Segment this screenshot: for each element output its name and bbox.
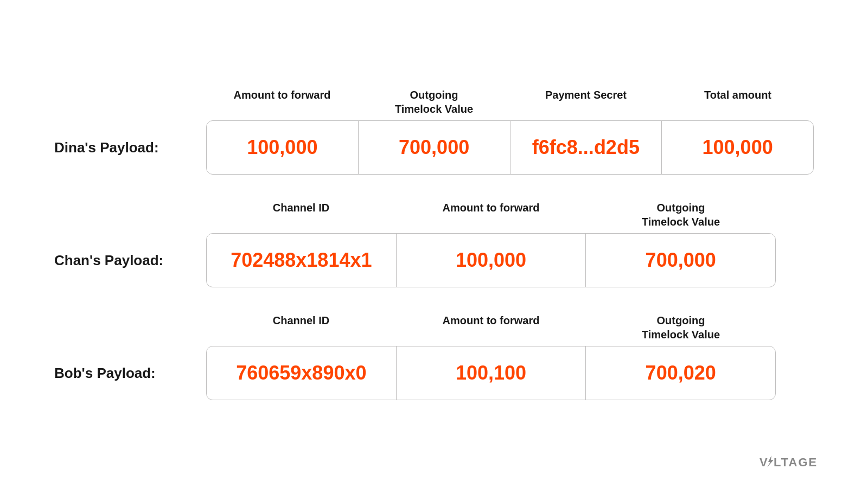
dina-cells: 100,000 700,000 f6fc8...d2d5 100,000 [206,120,814,175]
bob-cell-0: 760659x890x0 [207,346,397,400]
dina-data-row: Dina's Payload: 100,000 700,000 f6fc8...… [54,120,814,175]
chan-payload-section: Channel ID Amount to forward OutgoingTim… [54,201,814,287]
chan-data-row: Chan's Payload: 702488x1814x1 100,000 70… [54,233,814,287]
voltage-logo: V LTAGE [760,453,835,473]
bob-data-row: Bob's Payload: 760659x890x0 100,100 700,… [54,346,814,400]
chan-cell-2: 700,000 [586,234,775,287]
dina-col-header-0: Amount to forward [206,88,358,116]
bob-cell-1: 100,100 [397,346,586,400]
chan-header-row: Channel ID Amount to forward OutgoingTim… [54,201,814,229]
chan-cell-1: 100,000 [397,234,586,287]
dina-cell-2: f6fc8...d2d5 [510,121,662,174]
svg-text:LTAGE: LTAGE [774,455,818,469]
chan-col-header-0: Channel ID [206,201,396,229]
bob-col-header-2: OutgoingTimelock Value [586,313,776,342]
bob-col-headers: Channel ID Amount to forward OutgoingTim… [206,313,776,342]
bob-cells: 760659x890x0 100,100 700,020 [206,346,776,400]
dina-cell-0: 100,000 [207,121,359,174]
chan-label: Chan's Payload: [54,252,206,269]
dina-col-header-1: OutgoingTimelock Value [358,88,510,116]
voltage-logo-svg: V LTAGE [760,453,835,470]
svg-text:V: V [760,455,769,469]
dina-col-header-2: Payment Secret [510,88,662,116]
dina-cell-3: 100,000 [662,121,813,174]
bob-col-header-1: Amount to forward [396,313,586,342]
dina-label: Dina's Payload: [54,139,206,156]
chan-col-header-1: Amount to forward [396,201,586,229]
bob-payload-section: Channel ID Amount to forward OutgoingTim… [54,313,814,400]
chan-cell-0: 702488x1814x1 [207,234,397,287]
main-container: Amount to forward OutgoingTimelock Value… [0,0,868,488]
bob-label: Bob's Payload: [54,365,206,382]
bob-header-row: Channel ID Amount to forward OutgoingTim… [54,313,814,342]
chan-cells: 702488x1814x1 100,000 700,000 [206,233,776,287]
chan-col-headers: Channel ID Amount to forward OutgoingTim… [206,201,776,229]
dina-payload-section: Amount to forward OutgoingTimelock Value… [54,88,814,175]
bob-col-header-0: Channel ID [206,313,396,342]
bob-cell-2: 700,020 [586,346,775,400]
dina-cell-1: 700,000 [359,121,510,174]
dina-header-row: Amount to forward OutgoingTimelock Value… [54,88,814,116]
dina-col-header-3: Total amount [662,88,814,116]
chan-col-header-2: OutgoingTimelock Value [586,201,776,229]
dina-col-headers: Amount to forward OutgoingTimelock Value… [206,88,814,116]
